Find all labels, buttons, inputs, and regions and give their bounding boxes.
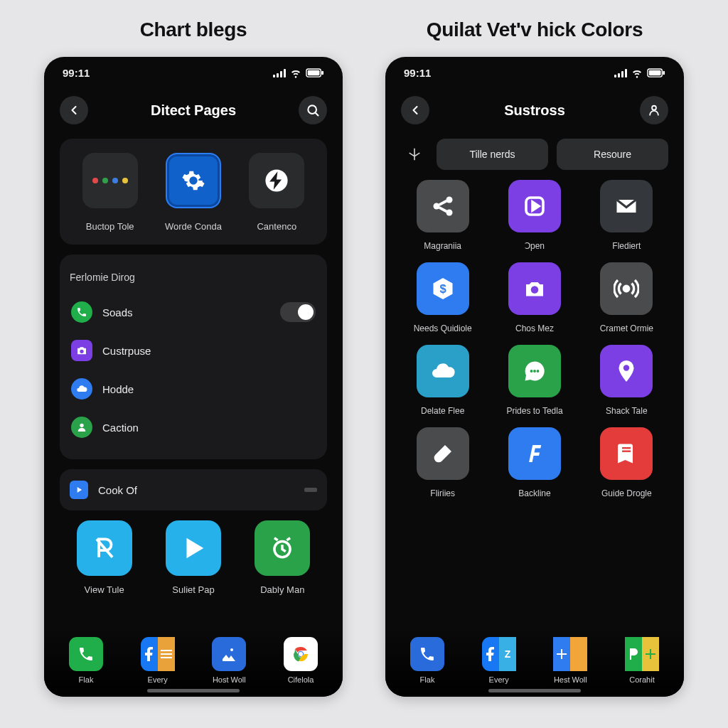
svg-rect-31 [622, 451, 631, 452]
tile-buctop[interactable]: Buctop Tole [71, 153, 149, 232]
svg-rect-1 [308, 70, 320, 75]
status-time: 99:11 [404, 67, 431, 79]
alarm-icon [255, 520, 310, 576]
home-indicator[interactable] [147, 689, 240, 692]
app-open[interactable]: Ɔpen [493, 180, 576, 251]
grid-label: Shack Tale [606, 406, 647, 416]
tile-cantenco[interactable]: Cantenco [237, 153, 316, 232]
dock-every[interactable]: ZEvery [470, 637, 528, 684]
app-delate-flee[interactable]: Delate Flee [401, 345, 484, 416]
dock-flak[interactable]: Flak [57, 637, 115, 684]
list-card: Ferlomie Dirog Soads Custrpuse Hodde Cac… [60, 255, 327, 459]
dock-flak[interactable]: Flak [398, 637, 456, 684]
list-label: Hodde [102, 383, 134, 395]
brush-icon [417, 427, 469, 480]
app-view-tule[interactable]: View Tule [66, 520, 143, 595]
dock-hostwoll[interactable]: Host Woll [200, 637, 258, 684]
camera-icon [508, 262, 561, 315]
tile-label: Worde Conda [165, 221, 222, 232]
tile-worde[interactable]: Worde Conda [154, 153, 232, 232]
dots-icon [82, 153, 138, 208]
search-button[interactable] [299, 96, 327, 124]
cookof-row[interactable]: Cook Of [60, 469, 327, 510]
grid-label: Needs Quidiole [414, 323, 472, 333]
dock-label: Every [489, 675, 509, 684]
nav-bar: Sustross [385, 83, 684, 139]
dock-hestwoll[interactable]: Hest Woll [541, 637, 599, 684]
chip-resoure[interactable]: Resoure [557, 139, 668, 170]
play-icon [508, 180, 561, 232]
app-label: View Tule [85, 584, 124, 595]
back-button[interactable] [401, 96, 429, 124]
toggle[interactable] [280, 302, 316, 322]
star-icon[interactable] [401, 141, 428, 168]
play-icon [70, 481, 88, 499]
svg-point-14 [299, 652, 303, 656]
app-backline[interactable]: Backline [493, 427, 576, 498]
home-indicator[interactable] [488, 689, 581, 692]
battery-icon [306, 68, 324, 77]
dock-every[interactable]: Every [129, 637, 187, 684]
app-magraniia[interactable]: Magraniia [401, 180, 484, 251]
list-item-caction[interactable]: Caction [68, 408, 318, 446]
book-icon [600, 427, 653, 480]
grid-label: Flediert [612, 241, 641, 251]
app-suliet-pap[interactable]: Suliet Pap [155, 520, 232, 595]
grid-label: Prides to Tedla [506, 406, 562, 416]
status-bar: 99:11 [44, 57, 343, 83]
right-heading: Quilat Vet'v hick Colors [427, 18, 643, 41]
svg-point-6 [80, 424, 83, 427]
grid-label: Cramet Ormie [600, 323, 653, 333]
svg-point-18 [652, 106, 656, 110]
svg-text:Z: Z [504, 648, 510, 660]
tile-label: Buctop Tole [86, 221, 134, 232]
list-item-custrpuse[interactable]: Custrpuse [68, 331, 318, 370]
dock-label: Cifelola [288, 675, 314, 684]
app-chos-mez[interactable]: Chos Mez [493, 262, 576, 333]
drag-icon [304, 488, 317, 492]
facebook-icon [141, 637, 175, 671]
share-icon [417, 180, 469, 232]
svg-point-24 [531, 286, 539, 294]
svg-line-4 [316, 113, 318, 116]
plus-icon [553, 637, 587, 671]
app-dably-man[interactable]: Dably Man [244, 520, 321, 595]
app-flediert[interactable]: Flediert [585, 180, 668, 251]
list-item-hodde[interactable]: Hodde [68, 370, 318, 408]
app-needs-quidiole[interactable]: $Needs Quidiole [401, 262, 484, 333]
status-bar: 99:11 [385, 57, 684, 83]
dock-corahit[interactable]: Corahit [613, 637, 671, 684]
svg-point-26 [530, 370, 533, 373]
dock-label: Flak [420, 675, 435, 684]
phone-icon [71, 301, 92, 323]
app-shack-tale[interactable]: Shack Tale [585, 345, 668, 416]
battery-icon [647, 68, 665, 77]
play-icon [166, 520, 221, 576]
grid-label: Delate Flee [421, 406, 464, 416]
grid-label: Ɔpen [525, 241, 545, 251]
dock-label: Host Woll [213, 675, 246, 684]
wifi-icon [290, 68, 301, 79]
tiles-card: Buctop Tole Worde Conda Cantenco [60, 139, 327, 245]
dock-label: Hest Woll [554, 675, 587, 684]
list-label: Custrpuse [102, 345, 151, 357]
dock: Flak Every Host Woll Cifelola [44, 627, 343, 697]
app-label: Suliet Pap [172, 584, 214, 595]
profile-button[interactable] [640, 96, 668, 124]
back-button[interactable] [60, 96, 88, 124]
dock-cifelola[interactable]: Cifelola [272, 637, 330, 684]
facebook-icon: Z [482, 637, 516, 671]
svg-rect-9 [161, 650, 172, 651]
app-prides-tedla[interactable]: Prides to Tedla [493, 345, 576, 416]
signal-icon [614, 69, 627, 77]
status-time: 99:11 [63, 67, 90, 79]
app-row: View Tule Suliet Pap Dably Man [60, 520, 327, 595]
dock-label: Corahit [629, 675, 654, 684]
thin-label: Cook Of [98, 484, 137, 496]
app-guide-drogle[interactable]: Guide Drogle [585, 427, 668, 498]
chip-row: Tille nerds Resoure [385, 139, 684, 180]
list-item-soads[interactable]: Soads [68, 293, 318, 331]
app-fliriies[interactable]: Fliriies [401, 427, 484, 498]
chip-tile-nerds[interactable]: Tille nerds [437, 139, 548, 170]
app-cramet-ormie[interactable]: Cramet Ormie [585, 262, 668, 333]
